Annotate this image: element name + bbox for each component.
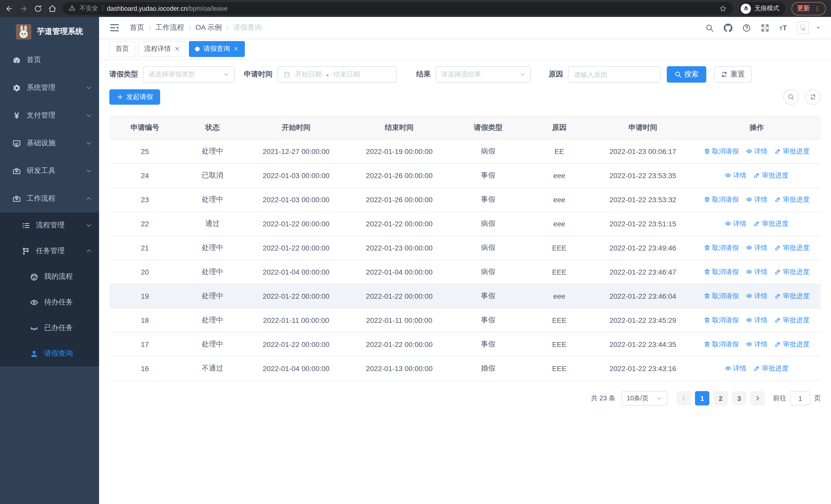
sidebar-collapse-icon[interactable]: [109, 23, 120, 33]
close-icon[interactable]: [233, 46, 239, 51]
action-progress[interactable]: 审批进度: [775, 340, 809, 349]
action-detail[interactable]: 详情: [746, 195, 767, 204]
github-icon[interactable]: [724, 23, 733, 32]
action-cancel[interactable]: 取消请假: [704, 195, 739, 204]
page-button-3[interactable]: 3: [732, 391, 746, 406]
sidebar-item-process-management[interactable]: 流程管理: [0, 212, 99, 238]
action-cancel[interactable]: 取消请假: [704, 316, 739, 325]
action-detail[interactable]: 详情: [725, 171, 746, 180]
update-button[interactable]: 更新: [792, 2, 826, 15]
breadcrumb-item[interactable]: 首页: [130, 23, 144, 32]
home-nav-icon[interactable]: [48, 4, 56, 12]
help-icon[interactable]: [742, 23, 751, 32]
pen-icon: [775, 317, 781, 324]
reason-input[interactable]: [568, 66, 661, 83]
result-select[interactable]: 请选择流结果: [436, 66, 531, 83]
table-search-toggle-button[interactable]: [783, 89, 799, 105]
sidebar-item-done-tasks[interactable]: 已办任务: [0, 315, 99, 341]
url-bar[interactable]: 不安全 dashboard.yudao.iocoder.cn/bpm/oa/le…: [63, 2, 733, 15]
action-cancel[interactable]: 取消请假: [704, 267, 739, 277]
back-icon[interactable]: [5, 4, 13, 12]
search-button[interactable]: 搜索: [667, 66, 706, 83]
breadcrumb-item[interactable]: OA 示例: [196, 23, 222, 32]
page-button-1[interactable]: 1: [695, 391, 709, 406]
action-progress[interactable]: 审批进度: [753, 364, 789, 373]
action-progress[interactable]: 审批进度: [753, 171, 789, 180]
browser-menu-icon[interactable]: [814, 5, 820, 11]
action-detail[interactable]: 详情: [725, 219, 746, 228]
sidebar-item-infrastructure[interactable]: 基础设施: [0, 129, 99, 157]
next-page-button[interactable]: [750, 391, 765, 406]
table-row: 17处理中2022-01-22 00:00:002022-01-22 00:00…: [109, 332, 821, 356]
cell-status: 处理中: [180, 308, 244, 332]
prev-page-button[interactable]: [677, 391, 691, 406]
cell-id: 21: [109, 236, 180, 260]
action-progress[interactable]: 审批进度: [775, 292, 809, 301]
action-progress[interactable]: 审批进度: [775, 147, 809, 156]
table-tools: [783, 89, 821, 105]
breadcrumb-item[interactable]: 工作流程: [155, 23, 184, 32]
leave-type-select[interactable]: 请选择请假类型: [143, 66, 235, 83]
action-detail[interactable]: 详情: [746, 267, 767, 277]
action-detail[interactable]: 详情: [746, 292, 767, 301]
action-detail[interactable]: 详情: [746, 316, 767, 325]
action-progress[interactable]: 审批进度: [753, 219, 789, 228]
bookmark-star-icon[interactable]: [719, 5, 727, 12]
sidebar-item-payment-management[interactable]: ¥支付管理: [0, 101, 99, 129]
active-tab-dot: [195, 47, 200, 51]
sidebar-item-home[interactable]: 首页: [0, 46, 99, 74]
fullscreen-icon[interactable]: [761, 23, 770, 32]
caret-down-icon[interactable]: [815, 25, 821, 30]
reload-icon[interactable]: [34, 4, 42, 12]
pen-icon: [775, 244, 781, 251]
tab-home[interactable]: 首页: [109, 41, 135, 57]
table-refresh-button[interactable]: [805, 89, 821, 105]
tab-process-detail[interactable]: 流程详情: [138, 41, 186, 57]
action-cancel[interactable]: 取消请假: [704, 292, 739, 301]
tab-leave-query[interactable]: 请假查询: [189, 41, 245, 57]
action-detail[interactable]: 详情: [746, 340, 767, 349]
action-cancel[interactable]: 取消请假: [704, 243, 739, 253]
sidebar-item-workflow[interactable]: 工作流程: [0, 185, 99, 212]
sidebar-item-my-process[interactable]: 我的流程: [0, 264, 99, 290]
action-progress[interactable]: 审批进度: [775, 195, 809, 204]
close-icon[interactable]: [174, 46, 180, 51]
page-size-select[interactable]: 10条/页: [622, 391, 667, 406]
action-detail[interactable]: 详情: [725, 364, 746, 373]
sidebar-item-system-management[interactable]: 系统管理: [0, 74, 99, 101]
apply-time-range-picker[interactable]: 开始日期 - 结束日期: [278, 66, 397, 83]
column-header-actions: 操作: [693, 116, 821, 139]
sidebar-item-leave-query[interactable]: 请假查询: [0, 341, 99, 366]
reset-button[interactable]: 重置: [714, 66, 751, 83]
action-detail[interactable]: 详情: [746, 243, 767, 253]
table-row: 23处理中2022-01-03 00:00:002022-01-26 00:00…: [109, 187, 821, 212]
fontsize-icon[interactable]: TT: [779, 24, 787, 31]
list-icon: [22, 221, 30, 230]
create-leave-button[interactable]: 发起请假: [109, 89, 160, 105]
flow-icon: [22, 247, 30, 255]
action-progress[interactable]: 审批进度: [775, 243, 809, 253]
chevron-down-icon: [86, 140, 92, 146]
chevron-down-icon: [86, 222, 92, 228]
sidebar-item-dev-tools[interactable]: 研发工具: [0, 157, 99, 185]
action-progress[interactable]: 审批进度: [775, 267, 809, 277]
action-cancel[interactable]: 取消请假: [704, 147, 739, 156]
goto-page-input[interactable]: [790, 391, 810, 406]
sidebar-item-label: 流程管理: [36, 221, 65, 230]
forward-icon[interactable]: [20, 4, 28, 12]
action-detail[interactable]: 详情: [746, 147, 767, 156]
action-progress[interactable]: 审批进度: [775, 316, 809, 325]
avatar[interactable]: [797, 22, 809, 34]
page-button-2[interactable]: 2: [713, 391, 728, 406]
cell-reason: EEE: [525, 332, 593, 356]
cell-leave_type: 病假: [451, 212, 525, 236]
cell-id: 17: [109, 332, 180, 356]
app-logo-row[interactable]: 芋道管理系统: [0, 17, 99, 46]
search-icon[interactable]: [706, 23, 714, 32]
sidebar-item-task-management[interactable]: 任务管理: [0, 238, 99, 264]
sidebar-item-todo-tasks[interactable]: 待办任务: [0, 290, 99, 315]
cell-end_time: 2022-01-11 00:00:00: [348, 308, 451, 332]
sync-icon: [809, 93, 816, 100]
action-cancel[interactable]: 取消请假: [704, 340, 739, 349]
pen-icon: [775, 269, 781, 275]
